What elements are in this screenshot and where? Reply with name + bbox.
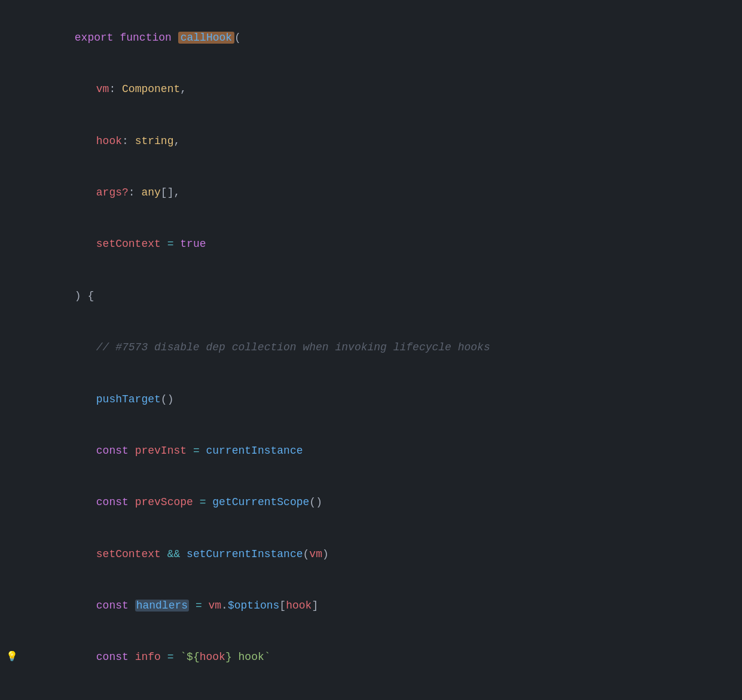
line-content: vm: Component, [36, 63, 724, 115]
line-content: export function callHook( [36, 12, 724, 63]
code-line: // #7573 disable dep collection when inv… [18, 322, 724, 373]
code-line: hook: string, [18, 115, 724, 167]
line-content: pushTarget() [36, 374, 724, 425]
tpl-hook: hook [200, 651, 225, 663]
line-content: setContext && setCurrentInstance(vm) [36, 528, 724, 580]
code-editor: export function callHook( vm: Component,… [18, 12, 724, 700]
var-vm2: vm [209, 600, 222, 612]
code-line: const handlers = vm.$options[hook] [18, 580, 724, 631]
type-string: string [135, 135, 174, 147]
code-line: const prevScope = getCurrentScope() [18, 477, 724, 528]
keyword-export: export [75, 32, 114, 44]
var-info: info [135, 651, 161, 663]
call-setcurrentinstance: setCurrentInstance [187, 548, 303, 560]
param-vm: vm [96, 83, 109, 95]
code-line: const prevInst = currentInstance [18, 425, 724, 476]
var-handlers-highlight: handlers [135, 600, 189, 612]
type-component: Component [122, 83, 180, 95]
function-name: callHook [178, 32, 234, 44]
keyword-const4: const [96, 651, 129, 663]
keyword-const: const [96, 445, 129, 457]
call-pushtarget: pushTarget [96, 393, 161, 405]
var-setcontext2: setContext [96, 548, 161, 560]
var-vm: vm [309, 548, 322, 560]
keyword-true: true [180, 238, 206, 250]
keyword-function: function [120, 32, 171, 44]
var-hook: hook [286, 600, 312, 612]
code-line: export function callHook( [18, 12, 724, 63]
code-line: pushTarget() [18, 374, 724, 425]
line-content: // #7573 disable dep collection when inv… [36, 322, 724, 373]
keyword-const3: const [96, 600, 129, 612]
line-content: args?: any[], [36, 167, 724, 218]
param-hook: hook [96, 135, 122, 147]
comment-disable-dep: // #7573 disable dep collection when inv… [96, 341, 490, 353]
line-gutter: 💡 [18, 632, 36, 683]
param-setcontext: setContext [96, 238, 161, 250]
line-content: const handlers = vm.$options[hook] [36, 580, 724, 631]
code-line: ) { [18, 270, 724, 322]
line-content: if (handlers) { [36, 683, 724, 700]
code-line: setContext = true [18, 219, 724, 270]
line-content: ) { [36, 270, 724, 322]
line-content: const prevScope = getCurrentScope() [36, 477, 724, 528]
code-line: setContext && setCurrentInstance(vm) [18, 528, 724, 580]
line-content: setContext = true [36, 219, 724, 270]
line-content: hook: string, [36, 115, 724, 167]
keyword-const2: const [96, 496, 129, 508]
prop-options: $options [228, 600, 279, 612]
line-content: const prevInst = currentInstance [36, 425, 724, 476]
code-line: 💡 const info = `${hook} hook` [18, 632, 724, 683]
code-line: vm: Component, [18, 63, 724, 115]
line-content: const info = `${hook} hook` [36, 632, 724, 683]
call-getcurrentscope: getCurrentScope [212, 496, 309, 508]
template-literal: `${ [180, 651, 199, 663]
call-currentinstance: currentInstance [206, 445, 303, 457]
var-prevscope: prevScope [135, 496, 193, 508]
param-args: args? [96, 187, 129, 198]
code-line: if (handlers) { [18, 683, 724, 700]
type-any: any [141, 187, 160, 198]
code-line: args?: any[], [18, 167, 724, 218]
var-previnst: prevInst [135, 445, 187, 457]
bulb-icon: 💡 [6, 650, 18, 665]
